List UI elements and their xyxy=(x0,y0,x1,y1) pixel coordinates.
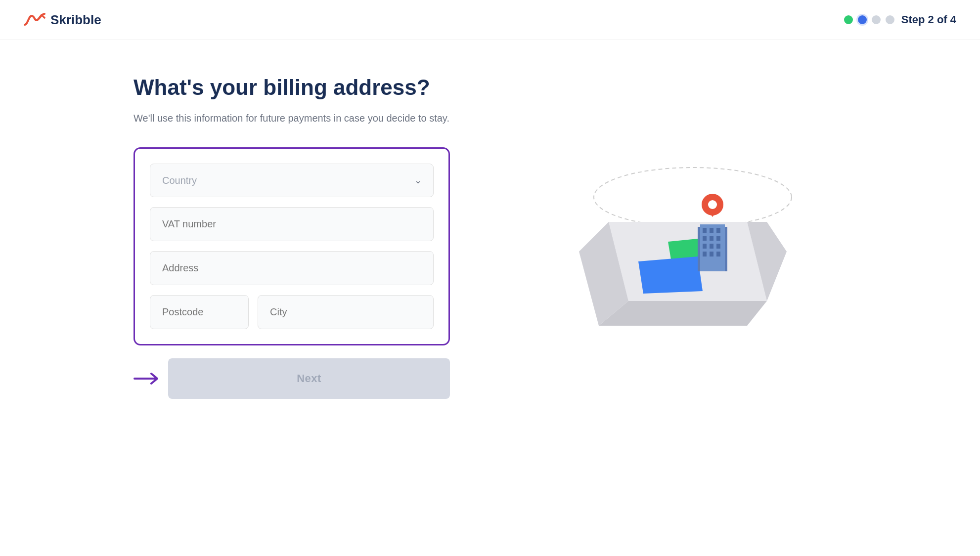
next-button[interactable]: Next xyxy=(168,358,450,399)
country-select[interactable]: Country xyxy=(150,164,434,197)
logo-icon xyxy=(24,11,45,29)
svg-rect-17 xyxy=(716,244,720,249)
vat-field xyxy=(150,207,434,241)
address-field xyxy=(150,251,434,285)
svg-rect-19 xyxy=(710,252,713,257)
page-subtitle: We'll use this information for future pa… xyxy=(134,111,450,126)
svg-point-0 xyxy=(594,168,792,227)
step-dot-1 xyxy=(844,15,853,24)
svg-rect-10 xyxy=(710,228,713,233)
svg-rect-18 xyxy=(703,252,707,257)
svg-marker-6 xyxy=(638,257,703,294)
step-dot-3 xyxy=(872,15,881,24)
svg-rect-12 xyxy=(703,236,707,241)
step-dot-2 xyxy=(858,15,867,24)
next-area: Next xyxy=(134,358,450,399)
step-label: Step 2 of 4 xyxy=(901,13,956,26)
vat-input[interactable] xyxy=(150,207,434,241)
right-panel xyxy=(490,75,846,399)
svg-rect-9 xyxy=(703,228,707,233)
step-indicator: Step 2 of 4 xyxy=(844,13,956,26)
logo-text: Skribble xyxy=(50,12,101,28)
step-dots xyxy=(844,15,894,24)
postcode-input[interactable] xyxy=(150,295,249,329)
svg-rect-15 xyxy=(703,244,707,249)
svg-point-22 xyxy=(708,200,717,209)
svg-marker-3 xyxy=(599,301,767,326)
logo: Skribble xyxy=(24,11,101,29)
country-field: Country ⌄ xyxy=(150,164,434,197)
svg-rect-13 xyxy=(710,236,713,241)
city-input[interactable] xyxy=(258,295,434,329)
svg-rect-11 xyxy=(716,228,720,233)
form-container: Country ⌄ xyxy=(134,147,450,345)
svg-rect-16 xyxy=(710,244,713,249)
map-svg xyxy=(539,133,797,341)
arrow-right-icon xyxy=(134,372,159,385)
main-content: What's your billing address? We'll use t… xyxy=(0,40,980,433)
step-dot-4 xyxy=(886,15,894,24)
map-illustration xyxy=(539,133,797,341)
svg-rect-20 xyxy=(716,252,720,257)
page-title: What's your billing address? xyxy=(134,75,450,101)
svg-rect-14 xyxy=(716,236,720,241)
left-panel: What's your billing address? We'll use t… xyxy=(134,75,450,399)
country-select-wrapper[interactable]: Country ⌄ xyxy=(150,164,434,197)
postcode-city-row xyxy=(150,295,434,329)
address-input[interactable] xyxy=(150,251,434,285)
header: Skribble Step 2 of 4 xyxy=(0,0,980,40)
